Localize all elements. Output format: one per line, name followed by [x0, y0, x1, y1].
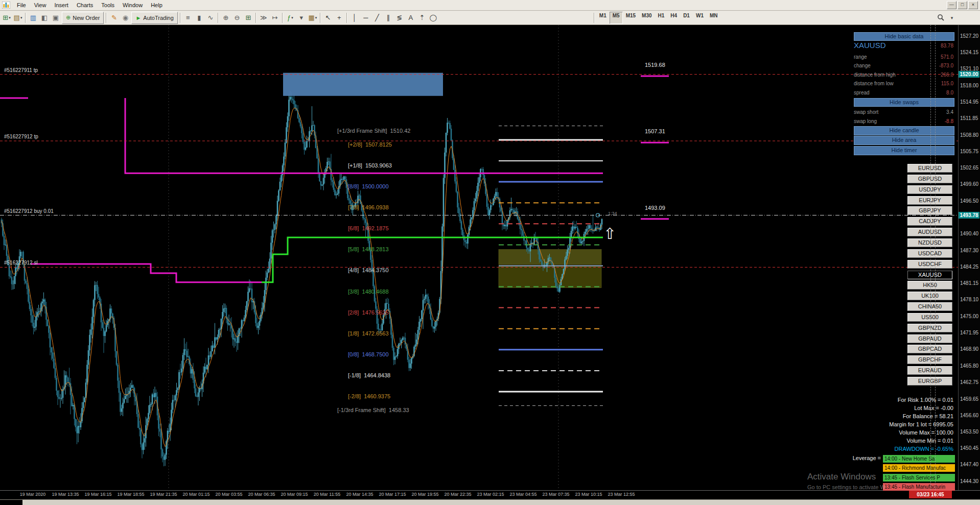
profiles-icon[interactable]: ▤▾	[12, 12, 24, 23]
arrows-icon[interactable]: ⇡	[416, 12, 428, 23]
timeframe-w1[interactable]: W1	[693, 12, 707, 24]
window-controls: —□×	[947, 1, 980, 9]
price-axis[interactable]	[958, 25, 980, 490]
trade-info-row: Volume Max = 100.00	[800, 429, 953, 436]
trade-info-row: For Balance = 58.21	[800, 413, 953, 419]
shapes-icon[interactable]: ◯	[428, 12, 439, 23]
bar-chart-icon[interactable]: ≡	[182, 12, 194, 23]
zoom-in-icon[interactable]: ⊕	[220, 12, 231, 23]
price-tick: 1447.40	[960, 462, 978, 467]
menu-file[interactable]: File	[13, 1, 30, 9]
auto-scroll-icon[interactable]: ≫	[258, 12, 269, 23]
hide-area-button[interactable]: Hide area	[854, 136, 954, 145]
autotrading-button[interactable]: ►AutoTrading	[131, 12, 177, 24]
timeframe-h1[interactable]: H1	[655, 12, 668, 24]
metaeditor-icon[interactable]: ✎	[108, 12, 120, 23]
timeframe-mn[interactable]: MN	[707, 12, 721, 24]
toolbar-separator	[180, 13, 181, 23]
chart-shift-icon[interactable]: ↦	[269, 12, 281, 23]
templates-icon[interactable]: ▦▾	[307, 12, 318, 23]
candlestick-chart-icon[interactable]: ▮	[194, 12, 205, 23]
menu-charts[interactable]: Charts	[73, 1, 97, 9]
symbol-button-gbpjpy[interactable]: GBPJPY	[907, 206, 952, 215]
tile-windows-icon[interactable]: ⊞	[243, 12, 254, 23]
price-highlight: 1493.78	[959, 212, 979, 219]
menu-insert[interactable]: Insert	[50, 1, 73, 9]
hide-timer-button[interactable]: Hide timer	[854, 146, 954, 155]
symbol-button-xauusd[interactable]: XAUUSD	[907, 271, 952, 279]
symbol-button-uk100[interactable]: UK100	[907, 292, 952, 300]
symbol-button-usdcad[interactable]: USDCAD	[907, 249, 952, 258]
new-chart-icon[interactable]: ⊞▾	[1, 12, 12, 23]
hide-basic-data-button[interactable]: Hide basic data	[854, 32, 954, 41]
timeframe-m5[interactable]: M5	[610, 12, 623, 24]
symbol-button-usdjpy[interactable]: USDJPY	[907, 185, 952, 194]
minimize-button[interactable]: —	[947, 1, 956, 9]
hide-candle-button[interactable]: Hide candle	[854, 126, 954, 135]
symbol-button-cadjpy[interactable]: CADJPY	[907, 217, 952, 226]
symbol-button-nzdusd[interactable]: NZDUSD	[907, 238, 952, 247]
timeframe-d1[interactable]: D1	[680, 12, 693, 24]
horizontal-scrollbar[interactable]	[0, 499, 980, 505]
indicators-icon[interactable]: ƒ▾	[285, 12, 296, 23]
timeframe-m30[interactable]: M30	[639, 12, 655, 24]
horizontal-line-icon[interactable]: ─	[360, 12, 371, 23]
channel-icon[interactable]: ∥	[383, 12, 394, 23]
toolbar-more-icon[interactable]: ▾	[946, 12, 958, 23]
panel-swap-label: swap long	[854, 118, 877, 124]
toolbar-separator	[594, 13, 595, 23]
symbol-button-usdchf[interactable]: USDCHF	[907, 260, 952, 269]
symbol-button-gbpchf[interactable]: GBPCHF	[907, 355, 952, 364]
periods-icon[interactable]: ▾	[296, 12, 307, 23]
vertical-line-icon[interactable]: │	[349, 12, 360, 23]
symbol-button-gbpnzd[interactable]: GBPNZD	[907, 324, 952, 332]
murrey-level-label: [+1/3rd Frame Shift] 1510.42	[337, 128, 410, 134]
symbol-button-audusd[interactable]: AUDUSD	[907, 228, 952, 236]
cursor-icon[interactable]: ↖	[322, 12, 334, 23]
toolbar-separator	[346, 13, 347, 23]
time-axis-label: 23 Mar 12:55	[605, 492, 638, 497]
symbol-button-gbpusd[interactable]: GBPUSD	[907, 175, 952, 183]
symbol-button-eurjpy[interactable]: EURJPY	[907, 196, 952, 205]
symbol-button-gbpaud[interactable]: GBPAUD	[907, 334, 952, 343]
search-icon[interactable]	[935, 12, 946, 23]
symbol-button-us500[interactable]: US500	[907, 313, 952, 322]
price-tick: 1459.65	[960, 396, 978, 402]
hide-swaps-button[interactable]: Hide swaps	[854, 98, 954, 107]
new-order-button[interactable]: ⊕New Order	[62, 12, 104, 24]
menu-help[interactable]: Help	[147, 1, 167, 9]
menu-view[interactable]: View	[30, 1, 51, 9]
close-button[interactable]: ×	[968, 1, 978, 9]
symbol-button-china50[interactable]: CHINA50	[907, 302, 952, 311]
murrey-level-label: [-1/3rd Frame Shift] 1458.33	[337, 407, 409, 413]
restore-button[interactable]: □	[958, 1, 967, 9]
time-axis-label: 20 Mar 17:15	[376, 492, 409, 497]
panel-stat-label: distance from high	[854, 72, 896, 78]
murrey-level-label: [7/8] 1496.0938	[348, 204, 389, 210]
zoom-out-icon[interactable]: ⊖	[231, 12, 243, 23]
navigator-icon[interactable]: ◧	[39, 12, 50, 23]
symbol-button-eurusd[interactable]: EURUSD	[907, 164, 952, 173]
murrey-level-label: [+1/8] 1503.9063	[348, 162, 392, 169]
terminal-icon-glyph: ▣	[53, 14, 59, 21]
menu-window[interactable]: Window	[119, 1, 147, 9]
symbol-button-eurgbp[interactable]: EURGBP	[907, 377, 952, 386]
toolbar-separator	[25, 13, 26, 23]
terminal-icon[interactable]: ▣	[50, 12, 61, 23]
symbol-button-gbpcad[interactable]: GBPCAD	[907, 345, 952, 353]
market-watch-icon[interactable]: ▥	[28, 12, 39, 23]
text-icon[interactable]: A	[405, 12, 416, 23]
timeframe-m15[interactable]: M15	[623, 12, 639, 24]
menu-tools[interactable]: Tools	[97, 1, 119, 9]
line-chart-icon[interactable]: ∿	[205, 12, 216, 23]
experts-icon[interactable]: ◉	[120, 12, 131, 23]
trendline-icon[interactable]: ╱	[371, 12, 383, 23]
crosshair-icon[interactable]: +	[334, 12, 345, 23]
timeframe-m1[interactable]: M1	[596, 12, 610, 24]
symbol-button-hk50[interactable]: HK50	[907, 281, 952, 290]
timeframe-h4[interactable]: H4	[667, 12, 680, 24]
price-tick: 1484.25	[960, 264, 978, 270]
fibonacci-icon[interactable]: ≶	[394, 12, 405, 23]
panel-swap-value: 3.4	[902, 109, 953, 115]
symbol-button-euraud[interactable]: EURAUD	[907, 366, 952, 375]
